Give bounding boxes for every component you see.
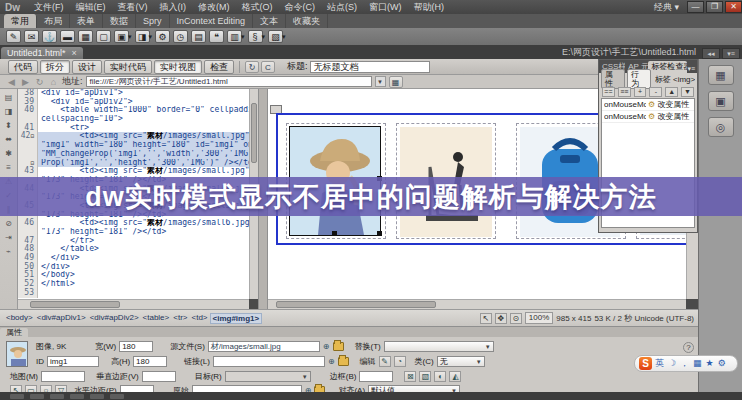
behavior-row[interactable]: onMouseMove⚙改变属性 [602,111,694,123]
scrollbar-thumb[interactable] [30,301,120,308]
tag-selector-item[interactable]: <td> [189,313,209,324]
comment-icon[interactable]: ❝ [209,30,224,43]
ime-item-icon[interactable]: ☽ [668,356,676,371]
view-button[interactable]: 实时视图 [154,60,202,74]
insert-tab[interactable]: 常用 [4,14,37,28]
menu-item[interactable]: 窗口(W) [363,0,408,14]
scrollbar-thumb[interactable] [276,301,436,308]
script-icon[interactable]: § [248,30,263,43]
view-button[interactable]: 实时代码 [104,60,152,74]
email-link-icon[interactable]: ✉ [24,30,39,43]
src-point-target-icon[interactable]: ⊕ [323,342,330,351]
taskbar-item[interactable] [70,394,84,399]
class-select[interactable]: 无▼ [437,356,485,367]
alt-select[interactable]: ▼ [384,341,494,352]
menu-item[interactable]: 文件(F) [28,0,70,14]
code-fold-icon[interactable]: ⊟ [30,159,34,166]
zoom-tool-icon[interactable]: ⊙ [510,313,522,324]
view-options-icon[interactable]: ▦ [389,76,403,88]
menu-item[interactable]: 站点(S) [321,0,363,14]
border-field[interactable] [359,371,393,382]
help-icon[interactable]: ? [683,342,694,353]
menu-item[interactable]: 修改(M) [192,0,236,14]
close-button[interactable]: ✕ [725,1,742,13]
forward-icon[interactable]: ▶ [20,77,31,87]
view-button[interactable]: 拆分 [40,60,70,74]
ime-item-icon[interactable]: ★ [706,356,714,371]
named-anchor-icon[interactable]: ⚓ [42,30,57,43]
map-field[interactable] [41,371,85,382]
panel-options-icon[interactable]: ▾≡ [687,65,697,73]
pointer-tool-icon[interactable]: ↖ [480,313,492,324]
images-icon[interactable]: ▣ [114,30,129,43]
behavior-tool-button[interactable]: ≡≡ [618,87,631,97]
address-caret-icon[interactable]: ▼ [375,76,386,87]
date-icon[interactable]: ◷ [173,30,188,43]
tag-selector-item[interactable]: <div#apDiv1> [35,313,88,324]
taskbar-item[interactable] [30,394,44,399]
table-icon[interactable]: ▦ [78,30,93,43]
tag-selector-item[interactable]: <body> [4,313,35,324]
insert-tab[interactable]: InContext Editing [170,14,254,28]
tag-selector-item[interactable]: <img#img1> [210,313,263,324]
server-include-icon[interactable]: ▤ [191,30,206,43]
horizontal-rule-icon[interactable]: ▬ [60,30,75,43]
link-field[interactable] [213,356,325,367]
src-field[interactable]: 材/images/small.jpg [208,341,320,352]
vspace-field[interactable] [142,371,176,382]
menu-item[interactable]: 格式(O) [236,0,279,14]
template-icon[interactable]: ▧▾ [268,30,286,43]
view-button[interactable]: 检查 [204,60,234,74]
hand-tool-icon[interactable]: ✥ [495,313,507,324]
sogou-logo-icon[interactable]: S [639,357,652,370]
ime-item-icon[interactable]: ， [680,356,689,371]
behavior-tool-button[interactable]: - [649,87,662,97]
resample-icon[interactable]: ▧ [419,371,431,382]
dock-search-icon[interactable]: ◎ [708,117,734,137]
tag-selector-item[interactable]: <table> [141,313,172,324]
ime-item-icon[interactable]: ⚙ [718,356,726,371]
insert-tab[interactable]: 收藏夹 [286,14,328,28]
coding-tool-icon[interactable]: ▤ [3,91,15,102]
tag-selector-item[interactable]: <tr> [171,313,189,324]
coding-tool-icon[interactable]: ◨ [3,105,15,116]
head-icon[interactable]: ▥▾ [227,30,245,43]
tag-selector-item[interactable]: <div#apDiv2> [88,313,141,324]
insert-tab[interactable]: 数据 [103,14,136,28]
refresh-icon[interactable]: ↻ [245,61,259,73]
horizontal-rule-icon[interactable]: ▬ [60,30,75,43]
taskbar-item[interactable] [50,394,64,399]
code-horizontal-scrollbar[interactable] [18,299,249,309]
refresh-page-icon[interactable]: ↻ [34,77,45,87]
window-size-value[interactable]: 985 x 415 [556,314,591,323]
back-icon[interactable]: ◀ [6,77,17,87]
taskbar-item[interactable] [10,394,24,399]
home-icon[interactable]: ⌂ [48,77,59,87]
caret-down-icon[interactable]: ▾ [128,33,132,41]
panel-collapse-button[interactable]: ◂◂ [702,48,720,59]
taskbar-item[interactable] [110,394,124,399]
optimize-icon[interactable]: ◔ [394,356,406,367]
widget-icon[interactable]: ⚙ [155,30,170,43]
link-folder-icon[interactable] [338,357,349,366]
email-link-icon[interactable]: ✉ [24,30,39,43]
coding-tool-icon[interactable]: ⌁ [3,245,15,256]
resize-handle[interactable] [377,231,382,236]
caret-down-icon[interactable]: ▾ [149,33,153,41]
hyperlink-icon[interactable]: ✎ [6,30,21,43]
width-field[interactable]: 180 [119,341,153,352]
ime-item-icon[interactable]: 英 [655,356,664,371]
brightness-icon[interactable]: ◐ [434,371,446,382]
properties-tab[interactable]: 属性 [0,328,28,337]
edit-pencil-icon[interactable]: ✎ [379,356,391,367]
insert-tab[interactable]: 文本 [253,14,286,28]
code-fold-icon[interactable]: ⊟ [30,132,34,139]
menu-item[interactable]: 编辑(E) [70,0,112,14]
restore-button[interactable]: ❐ [706,1,723,13]
caret-down-icon[interactable]: ▾ [262,33,266,41]
panel-menu-button[interactable]: ▾≡ [722,48,740,59]
view-button[interactable]: 代码 [8,60,38,74]
coding-tool-icon[interactable]: ✱ [3,147,15,158]
resize-handle[interactable] [332,231,337,236]
magnification-select[interactable]: 100% [525,312,553,324]
